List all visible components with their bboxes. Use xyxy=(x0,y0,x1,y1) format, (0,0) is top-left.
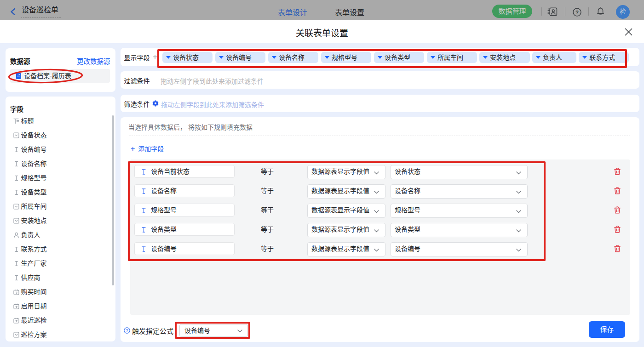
svg-text:?: ? xyxy=(126,328,128,333)
svg-text:?: ? xyxy=(575,10,579,15)
